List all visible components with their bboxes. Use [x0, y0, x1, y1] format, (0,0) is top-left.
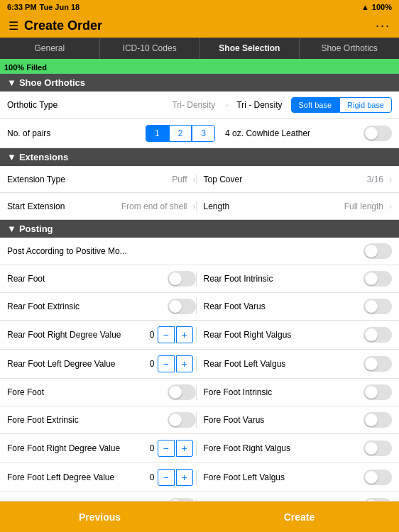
length-value: Full length	[344, 201, 383, 211]
section-extensions-label: Extensions	[19, 152, 68, 162]
pairs-toggle[interactable]	[364, 126, 392, 141]
rear-foot-varus-toggle[interactable]	[364, 299, 392, 314]
rear-right-degree-label: Rear Foot Right Degree Value	[7, 330, 143, 340]
post-according-label: Post According to Positive Mo...	[7, 246, 364, 256]
more-icon[interactable]: ···	[376, 18, 390, 33]
previous-label: Previous	[79, 511, 121, 523]
rear-foot-extrinsic-toggle[interactable]	[168, 299, 196, 314]
rear-foot-intrinsic-label: Rear Foot Intrinsic	[204, 274, 364, 284]
bottom-bar: Previous Create	[0, 501, 399, 532]
fore-left-degree-row: Fore Foot Left Degree Value 0 − + Fore F…	[0, 463, 399, 492]
fore-foot-label: Fore Foot	[7, 387, 168, 397]
fore-left-plus-btn[interactable]: +	[176, 469, 193, 486]
fore-foot-intrinsic-label: Fore Foot Intrinsic	[204, 387, 364, 397]
fore-left-minus-btn[interactable]: −	[158, 469, 175, 486]
orthotic-type-row: Orthotic Type Tri- Density › Tri - Densi…	[0, 92, 399, 119]
fore-foot-toggle[interactable]	[168, 384, 196, 400]
rear-left-valgus-label: Rear Foot Left Valgus	[204, 359, 364, 369]
fore-right-valgus-toggle[interactable]	[364, 440, 392, 456]
rear-foot-row: Rear Foot Rear Foot Intrinsic	[0, 265, 399, 293]
post-according-toggle[interactable]	[364, 243, 392, 259]
extensions-chevron-icon: ▼	[7, 152, 16, 162]
top-cover-label: Top Cover	[204, 174, 367, 184]
fore-left-val: 0	[143, 472, 155, 482]
soft-base-btn[interactable]: Soft base	[291, 97, 339, 113]
content-area: ▼ Shoe Orthotics Orthotic Type Tri- Dens…	[0, 74, 399, 532]
create-button[interactable]: Create	[200, 501, 399, 532]
rear-foot-intrinsic-toggle[interactable]	[364, 271, 392, 287]
fore-left-stepper: 0 − +	[143, 469, 193, 486]
tab-shoe-orthotics[interactable]: Shoe Orthotics	[300, 38, 399, 59]
fore-right-plus-btn[interactable]: +	[176, 440, 193, 457]
rear-foot-toggle[interactable]	[168, 271, 196, 287]
pair-3-btn[interactable]: 3	[192, 125, 215, 142]
start-extension-row: Start Extension From end of shell › Leng…	[0, 193, 399, 220]
extension-type-label: Extension Type	[7, 174, 172, 184]
status-time: 6:33 PM	[7, 3, 37, 11]
section-shoe-orthotics: ▼ Shoe Orthotics	[0, 74, 399, 92]
progress-bar-fill	[0, 61, 399, 74]
pair-1-btn[interactable]: 1	[146, 125, 169, 142]
previous-button[interactable]: Previous	[0, 501, 200, 532]
status-bar: 6:33 PM Tue Jun 18 ▲ 100%	[0, 0, 399, 14]
progress-label: 100% Filled	[4, 63, 47, 72]
base-selector: Soft base Rigid base	[291, 97, 392, 113]
tab-general[interactable]: General	[0, 38, 100, 59]
fore-right-minus-btn[interactable]: −	[158, 440, 175, 457]
rigid-base-btn[interactable]: Rigid base	[339, 97, 392, 113]
fore-left-valgus-toggle[interactable]	[364, 470, 392, 485]
page-title: Create Order	[24, 18, 102, 33]
fore-right-val: 0	[143, 443, 155, 453]
post-according-row: Post According to Positive Mo...	[0, 238, 399, 265]
length-label: Length	[204, 201, 344, 211]
fore-foot-intrinsic-toggle[interactable]	[364, 384, 392, 400]
tab-bar: General ICD-10 Codes Shoe Selection Shoe…	[0, 38, 399, 61]
fore-right-stepper: 0 − +	[143, 440, 193, 457]
top-cover-value: 3/16	[367, 174, 383, 184]
fore-right-valgus-label: Fore Foot Right Valgus	[204, 443, 364, 453]
posting-chevron-icon: ▼	[7, 223, 16, 234]
orthotic-type-chevron: ›	[225, 100, 228, 110]
top-cover-chevron: ›	[389, 174, 392, 184]
rear-right-degree-row: Rear Foot Right Degree Value 0 − + Rear …	[0, 321, 399, 350]
length-chevron: ›	[389, 201, 392, 211]
rear-foot-extrinsic-row: Rear Foot Extrinsic Rear Foot Varus	[0, 293, 399, 321]
rear-right-valgus-label: Rear Foot Right Valgus	[204, 330, 364, 340]
rear-left-minus-btn[interactable]: −	[158, 355, 175, 372]
tab-shoe-selection[interactable]: Shoe Selection	[200, 38, 300, 59]
rear-right-val: 0	[143, 330, 155, 340]
fore-foot-varus-label: Fore Foot Varus	[204, 415, 364, 425]
leather-label: 4 oz. Cowhide Leather	[225, 128, 359, 138]
extension-type-row: Extension Type Puff › Top Cover 3/16 ›	[0, 166, 399, 193]
rear-foot-varus-label: Rear Foot Varus	[204, 301, 364, 311]
tab-icd10[interactable]: ICD-10 Codes	[100, 38, 200, 59]
rear-foot-extrinsic-label: Rear Foot Extrinsic	[7, 301, 168, 311]
rear-left-plus-btn[interactable]: +	[176, 355, 193, 372]
fore-foot-extrinsic-toggle[interactable]	[168, 412, 196, 428]
rear-left-val: 0	[143, 359, 155, 369]
rear-right-valgus-toggle[interactable]	[364, 327, 392, 343]
rear-left-stepper: 0 − +	[143, 355, 193, 372]
fore-right-degree-row: Fore Foot Right Degree Value 0 − + Fore …	[0, 434, 399, 463]
extension-type-value: Puff	[172, 174, 187, 184]
create-label: Create	[284, 511, 315, 523]
rear-foot-label: Rear Foot	[7, 274, 168, 284]
pairs-label: No. of pairs	[7, 128, 141, 138]
section-posting: ▼ Posting	[0, 220, 399, 238]
fore-foot-varus-toggle[interactable]	[364, 412, 392, 428]
menu-icon[interactable]: ☰	[9, 19, 18, 33]
rear-right-plus-btn[interactable]: +	[176, 326, 193, 343]
progress-bar-container: 100% Filled	[0, 61, 399, 74]
section-extensions: ▼ Extensions	[0, 148, 399, 166]
start-ext-value: From end of shell	[121, 201, 187, 211]
fore-foot-extrinsic-row: Fore Foot Extrinsic Fore Foot Varus	[0, 406, 399, 434]
orthotic-type-value: Tri - Density	[236, 100, 282, 110]
battery-status: 100%	[372, 3, 392, 11]
pair-2-btn[interactable]: 2	[169, 125, 192, 142]
fore-foot-row: Fore Foot Fore Foot Intrinsic	[0, 379, 399, 406]
start-ext-label: Start Extension	[7, 201, 121, 211]
rear-right-minus-btn[interactable]: −	[158, 326, 175, 343]
fore-left-degree-label: Fore Foot Left Degree Value	[7, 472, 143, 482]
orthotic-type-placeholder: Tri- Density	[172, 100, 215, 110]
rear-left-valgus-toggle[interactable]	[364, 356, 392, 372]
